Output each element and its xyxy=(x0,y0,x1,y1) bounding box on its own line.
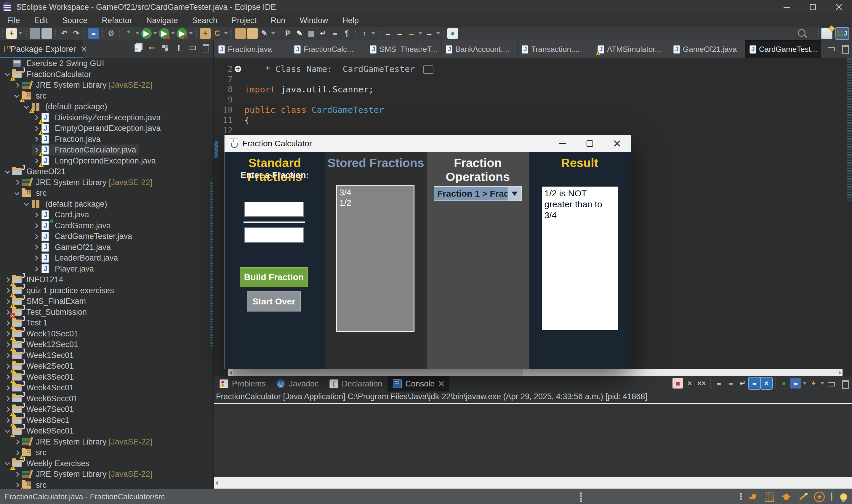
denominator-field[interactable] xyxy=(244,228,304,242)
tree-item-fractioncalculator-java[interactable]: FractionCalculator.java xyxy=(34,144,136,156)
save-all-icon[interactable] xyxy=(41,28,52,39)
minimize-editor-icon[interactable] xyxy=(827,44,836,54)
menu-run[interactable]: Run xyxy=(264,14,293,26)
tree-item--default-package-[interactable]: (default package) xyxy=(24,199,107,210)
chevron-right-icon[interactable] xyxy=(15,450,20,455)
fold-expand-icon[interactable] xyxy=(235,66,241,72)
new-wizard-icon[interactable]: + xyxy=(6,28,17,39)
clear-console-icon[interactable]: ≡ xyxy=(714,378,724,389)
scroll-left-icon[interactable] xyxy=(229,371,232,375)
menu-source[interactable]: Source xyxy=(55,14,95,26)
tree-item-weekly-exercises[interactable]: JWeekly Exercises xyxy=(6,458,89,469)
chevron-right-icon[interactable] xyxy=(5,331,10,336)
tree-item-gameof21-java[interactable]: GameOf21.java xyxy=(34,242,111,253)
menu-navigate[interactable]: Navigate xyxy=(139,14,185,26)
remove-all-launches-icon[interactable]: ×× xyxy=(696,378,707,389)
tree-item-cardgame-java[interactable]: ACardGame.java xyxy=(34,220,111,231)
console-tab-problems[interactable]: Problems xyxy=(214,376,271,392)
chevron-right-icon[interactable] xyxy=(5,418,10,423)
tree-item-week6secc01[interactable]: JWeek6Secc01 xyxy=(6,393,78,404)
tree-item-jre-system-library[interactable]: JRE System Library [JavaSE-22] xyxy=(15,436,152,447)
show-on-stderr-icon[interactable]: × xyxy=(761,378,772,389)
chevron-down-icon[interactable] xyxy=(508,187,521,200)
chevron-right-icon[interactable] xyxy=(5,385,10,390)
dropdown-arrow-icon[interactable] xyxy=(18,32,22,35)
java-editor-icon[interactable]: ✎ xyxy=(259,28,270,39)
menu-edit[interactable]: Edit xyxy=(27,14,55,26)
console-tab-javadoc[interactable]: Javadoc xyxy=(271,376,324,392)
chevron-right-icon[interactable] xyxy=(5,288,10,293)
chevron-right-icon[interactable] xyxy=(34,126,38,131)
tree-item-week8sec1[interactable]: JWeek8Sec1 xyxy=(6,415,69,426)
chevron-right-icon[interactable] xyxy=(5,375,10,380)
dialog-close-button[interactable] xyxy=(603,135,631,152)
tree-item-jre-system-library[interactable]: JRE System Library [JavaSE-22] xyxy=(15,469,152,480)
tree-item-week9sec01[interactable]: JWeek9Sec01 xyxy=(6,426,74,436)
close-tab-icon[interactable] xyxy=(439,381,444,386)
tree-item-player-java[interactable]: Player.java xyxy=(34,264,94,274)
window-minimize-button[interactable] xyxy=(774,0,800,14)
menu-help[interactable]: Help xyxy=(335,14,366,26)
search-icon[interactable] xyxy=(798,29,807,38)
tree-item-fractioncalculator[interactable]: JFractionCalculator xyxy=(6,69,91,80)
menu-project[interactable]: Project xyxy=(225,14,264,26)
minimize-view-icon[interactable] xyxy=(188,43,197,53)
type-hierarchy-icon[interactable]: P xyxy=(282,28,293,39)
editor-overview-ruler[interactable] xyxy=(847,58,852,200)
stored-fractions-list[interactable]: 3/41/2 xyxy=(336,185,414,332)
window-close-button[interactable] xyxy=(826,0,852,14)
editor-tab-gameof21-java[interactable]: GameOf21.java xyxy=(669,40,745,58)
chevron-down-icon[interactable] xyxy=(15,93,20,98)
window-maximize-button[interactable] xyxy=(800,0,826,14)
tree-item-test-1[interactable]: JTest 1 xyxy=(6,318,48,328)
tree-item-divisionbyzeroexception-java[interactable]: DivisionByZeroException.java xyxy=(34,112,161,123)
chevron-right-icon[interactable] xyxy=(34,245,38,250)
tree-item-exercise-2-swing-gui[interactable]: Exercise 2 Swing GUI xyxy=(6,58,104,69)
last-edit-location-icon[interactable]: ← xyxy=(406,28,417,39)
tree-item-src[interactable]: src xyxy=(15,447,47,458)
dropdown-arrow-icon[interactable] xyxy=(171,32,175,35)
console-horizontal-scrollbar[interactable] xyxy=(214,478,852,489)
tree-item-fraction-java[interactable]: Fraction.java xyxy=(34,134,101,145)
focus-on-active-task-icon[interactable] xyxy=(160,43,170,53)
show-whitespace-icon[interactable]: ¶ xyxy=(341,28,352,39)
chevron-right-icon[interactable] xyxy=(5,396,10,401)
chevron-right-icon[interactable] xyxy=(34,115,38,120)
maximize-editor-icon[interactable] xyxy=(841,44,850,54)
terminate-icon[interactable]: ■ xyxy=(673,378,683,389)
tree-item-week10sec01[interactable]: JWeek10Sec01 xyxy=(6,328,78,339)
dialog-maximize-button[interactable] xyxy=(576,135,603,152)
chevron-down-icon[interactable] xyxy=(5,428,10,433)
editor-tab-bankaccount-[interactable]: BankAccount.... xyxy=(442,40,517,58)
mark-occurrences-icon[interactable]: ▦ xyxy=(306,28,317,39)
tree-item-week3sec01[interactable]: JWeek3Sec01 xyxy=(6,372,74,383)
remove-launch-icon[interactable]: × xyxy=(684,378,695,389)
open-task-icon[interactable]: ≡ xyxy=(88,28,99,39)
java-perspective-button[interactable] xyxy=(835,27,849,40)
tree-item-cardgametester-java[interactable]: CardGameTester.java xyxy=(34,231,132,242)
chevron-right-icon[interactable] xyxy=(5,342,10,347)
tree-item-info1214[interactable]: JINFO1214 xyxy=(6,274,64,285)
tree-item-sms-finalexam[interactable]: JSMS_FinalExam xyxy=(6,296,86,307)
editor-tab-transaction-[interactable]: Transaction.... xyxy=(517,40,593,58)
editor-tab-sms-theatret-[interactable]: SMS_TheatreT... xyxy=(366,40,442,58)
editor-tab-fraction-java[interactable]: Fraction.java xyxy=(214,40,290,58)
word-wrap-icon[interactable]: ↵ xyxy=(738,378,748,389)
tree-item-gameof21[interactable]: JGameOf21 xyxy=(6,166,66,177)
chevron-down-icon[interactable] xyxy=(5,168,10,174)
editor-tab-fractioncalc-[interactable]: FractionCalc... xyxy=(290,40,366,58)
chevron-down-icon[interactable] xyxy=(24,201,29,206)
tree-item--default-package-[interactable]: (default package) xyxy=(24,101,107,112)
open-type-icon[interactable] xyxy=(235,28,246,39)
tree-item-src[interactable]: src xyxy=(15,188,47,199)
training-icon[interactable] xyxy=(781,491,792,502)
chevron-right-icon[interactable] xyxy=(5,364,10,369)
chevron-right-icon[interactable] xyxy=(5,353,10,358)
chevron-right-icon[interactable] xyxy=(15,472,20,477)
open-declaration-icon[interactable]: ↵ xyxy=(318,28,329,39)
maximize-console-icon[interactable] xyxy=(841,380,850,389)
minimize-console-icon[interactable] xyxy=(827,380,836,389)
chevron-right-icon[interactable] xyxy=(34,255,38,260)
chevron-down-icon[interactable] xyxy=(15,190,20,195)
chevron-right-icon[interactable] xyxy=(34,158,38,163)
